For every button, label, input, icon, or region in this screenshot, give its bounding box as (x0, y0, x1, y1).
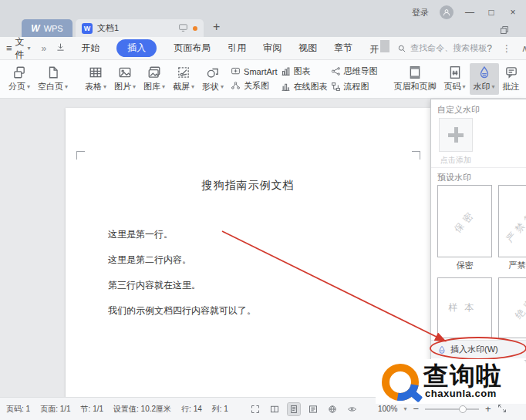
command-search-input[interactable]: 查找命令、搜索模板 (397, 42, 487, 54)
header-footer-icon (408, 66, 422, 79)
ribbon-tabs: 开始 插入 页面布局 引用 审阅 视图 章节 开 (81, 39, 389, 57)
fullscreen-icon[interactable] (249, 403, 261, 415)
maximize-button[interactable]: □ (486, 7, 497, 18)
document-title[interactable]: 搜狗指南示例文档 (66, 179, 430, 193)
tab-section[interactable]: 章节 (334, 42, 352, 55)
search-icon (397, 44, 406, 53)
flow-chart-button[interactable]: 流程图 (331, 81, 378, 92)
document-body[interactable]: 这里是第一行。 这里是第二行内容。 第三行内容就在这里。 我们的示例文档四行内容… (108, 227, 256, 318)
preset-label: 保密 (437, 260, 492, 271)
watermark-icon (477, 66, 491, 79)
relation-chart-button[interactable]: 关系图 (231, 80, 277, 92)
eye-protection-icon[interactable] (346, 403, 359, 415)
insert-watermark-label: 插入水印(W) (450, 344, 498, 355)
restore-document-icon[interactable] (500, 25, 509, 35)
paragraph: 这里是第二行内容。 (108, 253, 256, 267)
page-break-icon (12, 66, 26, 79)
titlebar: W WPS W 文档1 + 登录 — □ × (0, 0, 526, 37)
page-view-icon[interactable] (288, 403, 300, 415)
preset-watermark-no-copy[interactable]: 严禁复制 (498, 185, 526, 257)
wps-tab-label: WPS (44, 24, 63, 33)
clipped-tab-box (380, 40, 389, 52)
paragraph: 第三行内容就在这里。 (108, 278, 256, 293)
chevron-down-icon: ▾ (221, 83, 224, 90)
document-tab-label: 文档1 (97, 22, 119, 34)
plus-icon (448, 133, 464, 137)
shapes-button[interactable]: 形状▾ (198, 63, 228, 95)
more-icon[interactable]: ⋮ (502, 43, 511, 54)
margin-corner-mark (412, 151, 420, 160)
page-number-button[interactable]: 页码▾ (440, 63, 470, 95)
custom-watermark-header: 自定义水印 (437, 104, 480, 116)
diagram-group: SmartArt 关系图 图表 在线图表 (231, 66, 377, 92)
tab-developer-clipped[interactable]: 开 (369, 40, 389, 56)
quickbar-overflow-icon[interactable]: » (42, 43, 47, 54)
chevron-down-icon: ▾ (463, 83, 466, 90)
web-view-icon[interactable] (326, 403, 339, 415)
chart-icon (281, 66, 291, 76)
mind-map-button[interactable]: 思维导图 (331, 66, 378, 77)
close-button[interactable]: × (507, 7, 518, 18)
document-tab[interactable]: W 文档1 (76, 19, 204, 37)
tab-review[interactable]: 审阅 (263, 42, 282, 55)
blank-page-icon (46, 66, 60, 79)
tab-view[interactable]: 视图 (298, 42, 317, 55)
watermark-button[interactable]: 水印▾ (470, 63, 499, 95)
page-number-icon (448, 66, 462, 79)
smartart-button[interactable]: SmartArt (231, 66, 277, 76)
chevron-down-icon: ▾ (28, 45, 31, 52)
tab-page-layout[interactable]: 页面布局 (174, 42, 211, 55)
zoom-out-button[interactable]: − (413, 403, 420, 415)
zoom-slider-handle[interactable] (459, 405, 467, 413)
insert-watermark-menu-item[interactable]: 插入水印(W) (431, 340, 526, 358)
message-icon[interactable] (178, 22, 188, 34)
panel-divider (431, 167, 526, 168)
insert-toolbar: 分页▾ 空白页▾ 表格▾ 图片▾ 图库▾ 截屏▾ 形状▾ (0, 60, 526, 99)
avatar[interactable] (440, 5, 454, 19)
chevron-down-icon: ▾ (133, 83, 136, 90)
status-column: 列: 1 (212, 404, 228, 415)
wps-window: W WPS W 文档1 + 登录 — □ × ≡ 文件 (0, 0, 526, 420)
flow-chart-icon (331, 82, 341, 92)
gallery-button[interactable]: 图库▾ (140, 63, 169, 95)
preset-watermark-sample[interactable]: 样本 (437, 277, 492, 338)
table-button[interactable]: 表格▾ (81, 63, 110, 95)
watermark-dropdown-panel: 自定义水印 点击添加 预设水印 保密 严禁复制 保密 严禁复制 样本 绝密 插入… (430, 99, 526, 361)
chart-button[interactable]: 图表 (281, 66, 328, 77)
file-menu-label: 文件 (15, 35, 25, 62)
preset-watermark-header: 预设水印 (437, 172, 471, 183)
chevron-down-icon: ▾ (103, 83, 106, 90)
add-custom-watermark-button[interactable] (439, 118, 473, 152)
minimize-button[interactable]: — (464, 7, 475, 18)
collapse-ribbon-icon[interactable]: ∧ (521, 43, 526, 54)
blank-page-button[interactable]: 空白页▾ (34, 63, 72, 95)
login-link[interactable]: 登录 (412, 7, 429, 18)
outline-view-icon[interactable] (307, 403, 319, 415)
screenshot-button[interactable]: 截屏▾ (169, 63, 198, 95)
preset-watermark-confidential[interactable]: 保密 (437, 185, 492, 257)
zoom-slider[interactable] (425, 408, 479, 410)
fit-page-icon[interactable] (497, 404, 507, 415)
comment-button[interactable]: 批注 (499, 63, 524, 95)
help-icon[interactable]: ? (487, 43, 492, 54)
new-tab-button[interactable]: + (213, 20, 220, 34)
tab-references[interactable]: 引用 (228, 42, 246, 55)
chevron-down-icon: ▾ (162, 83, 165, 90)
header-footer-button[interactable]: 页眉和页脚 (390, 63, 440, 95)
picture-button[interactable]: 图片▾ (110, 63, 140, 95)
chevron-down-icon: ▾ (191, 83, 194, 90)
preset-watermark-top-secret[interactable]: 绝密 (498, 277, 526, 338)
online-chart-button[interactable]: 在线图表 (281, 81, 328, 92)
save-icon[interactable] (56, 42, 66, 55)
page-break-button[interactable]: 分页▾ (5, 63, 34, 95)
document-page[interactable]: 搜狗指南示例文档 这里是第一行。 这里是第二行内容。 第三行内容就在这里。 我们… (66, 108, 430, 401)
zoom-level[interactable]: 100% (378, 405, 398, 413)
text-box-button[interactable]: 文本 (524, 63, 526, 95)
tab-insert[interactable]: 插入 (116, 39, 157, 57)
tab-home[interactable]: 开始 (81, 42, 99, 55)
file-menu[interactable]: ≡ 文件 ▾ (6, 35, 31, 62)
book-view-icon[interactable] (268, 403, 281, 415)
brand-q-tail-icon (410, 391, 423, 403)
zoom-in-button[interactable]: + (485, 403, 491, 415)
table-icon (89, 66, 103, 79)
